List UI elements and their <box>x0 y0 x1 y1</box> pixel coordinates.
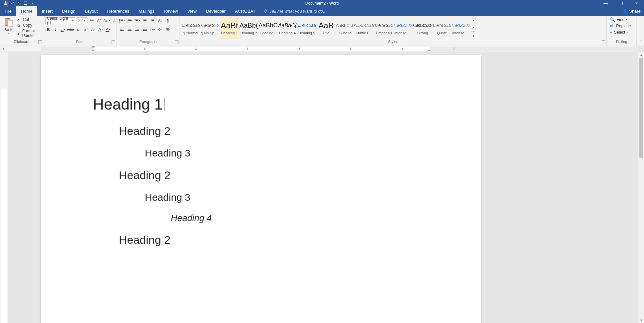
scroll-down-icon[interactable]: ▼ <box>638 317 644 323</box>
italic-button[interactable]: I <box>53 26 59 33</box>
paste-button[interactable]: Paste ▾ <box>1 17 16 39</box>
replace-button[interactable]: abReplace <box>610 24 631 28</box>
qat-customize-icon[interactable]: ▾ <box>30 1 35 6</box>
tab-design[interactable]: Design <box>57 6 80 16</box>
save-icon[interactable]: 💾 <box>3 1 8 6</box>
right-indent-marker[interactable] <box>427 49 431 51</box>
shading-button[interactable]: ◊▾ <box>157 26 163 33</box>
find-button[interactable]: 🔍Find▾ <box>610 17 631 22</box>
decrease-indent-button[interactable] <box>142 17 148 24</box>
scroll-up-icon[interactable]: ▴ <box>471 17 476 24</box>
expand-gallery-icon[interactable]: ▾̲ <box>471 32 476 39</box>
document-page[interactable]: Heading 1Heading 2Heading 3Heading 2Head… <box>41 55 481 323</box>
doc-h1[interactable]: Heading 1 <box>93 95 429 113</box>
tab-mailings[interactable]: Mailings <box>134 6 159 16</box>
collapse-ribbon-button[interactable]: ˆ <box>637 16 644 46</box>
doc-h2[interactable]: Heading 2 <box>119 233 429 246</box>
tab-view[interactable]: View <box>182 6 201 16</box>
format-painter-button[interactable]: 🖌Format Painter <box>17 29 40 38</box>
clear-formatting-button[interactable]: A̷ <box>112 17 118 24</box>
style-intense-q-[interactable]: AaBbCcDcIntense Q... <box>452 17 471 39</box>
style-intense-e-[interactable]: AaBbCcDcIntense E... <box>394 17 413 39</box>
subscript-button[interactable]: x2 <box>76 26 82 33</box>
dialog-launcher-icon[interactable]: ⌐ <box>602 40 605 44</box>
style-strong[interactable]: AaBbCcDcStrong <box>413 17 432 39</box>
font-name-combo[interactable]: Calibri Light (H▾ <box>45 17 75 24</box>
style--no-spac-[interactable]: AaBbCcDc¶ No Spac... <box>200 17 220 39</box>
minimize-icon[interactable]: — <box>598 0 613 6</box>
redo-icon[interactable]: ↻ <box>17 1 21 6</box>
borders-button[interactable]: ⊞▾ <box>164 26 171 33</box>
doc-h2[interactable]: Heading 2 <box>119 125 429 138</box>
style-heading-3[interactable]: AaBbCHeading 3 <box>258 17 278 39</box>
styles-gallery-scroll[interactable]: ▴▾▾̲ <box>471 17 476 39</box>
font-size-combo[interactable]: 22▾ <box>77 17 87 24</box>
change-case-button[interactable]: Aa▾ <box>103 17 110 24</box>
style-heading-5[interactable]: AaBbCcDcHeading 5 <box>297 17 316 39</box>
share-button[interactable]: Share <box>629 9 641 14</box>
grow-font-button[interactable]: A▴ <box>89 17 95 24</box>
line-spacing-button[interactable]: ‡≡▾ <box>149 26 156 33</box>
tab-review[interactable]: Review <box>159 6 183 16</box>
multilevel-list-button[interactable]: ▾ <box>134 17 141 24</box>
scroll-up-icon[interactable]: ▲ <box>638 52 644 58</box>
vertical-ruler[interactable] <box>0 52 8 323</box>
tell-me-search[interactable]: Tell me what you want to do... <box>260 6 327 16</box>
cut-button[interactable]: ✂Cut <box>17 17 40 22</box>
tab-home[interactable]: Home <box>16 6 37 16</box>
doc-h3[interactable]: Heading 3 <box>145 148 429 159</box>
bullets-button[interactable]: ▾ <box>119 17 125 24</box>
align-left-button[interactable] <box>119 26 125 33</box>
show-marks-button[interactable]: ¶ <box>164 17 171 24</box>
maximize-icon[interactable]: ◻ <box>613 0 629 6</box>
style-quote[interactable]: AaBbCcDcQuote <box>432 17 452 39</box>
tab-selector[interactable]: L <box>0 46 8 52</box>
text-effects-button[interactable]: A▾ <box>90 26 96 33</box>
style-emphasis[interactable]: AaBbCcDcEmphasis <box>374 17 394 39</box>
tab-file[interactable]: File <box>0 6 16 16</box>
align-center-button[interactable] <box>126 26 133 33</box>
sort-button[interactable]: A↓ <box>157 17 163 24</box>
highlight-button[interactable]: A▾ <box>98 26 104 33</box>
font-color-button[interactable]: A▾ <box>105 26 111 33</box>
copy-button[interactable]: ⧉Copy <box>17 23 40 28</box>
dialog-launcher-icon[interactable]: ⌐ <box>175 40 178 44</box>
style-title[interactable]: AaBTitle <box>316 17 336 39</box>
tab-developer[interactable]: Developer <box>201 6 230 16</box>
shrink-font-button[interactable]: A▾ <box>96 17 102 24</box>
vertical-scrollbar[interactable]: ▲ ▼ <box>638 52 644 323</box>
underline-button[interactable]: U▾ <box>60 26 66 33</box>
doc-h4[interactable]: Heading 4 <box>171 213 429 223</box>
tab-insert[interactable]: Insert <box>37 6 58 16</box>
bold-button[interactable]: B <box>45 26 51 33</box>
close-icon[interactable]: ✕ <box>629 0 644 6</box>
horizontal-ruler[interactable]: 1234567 <box>8 46 638 52</box>
undo-icon[interactable]: ↶ <box>10 1 15 6</box>
style-subtle-em-[interactable]: AaBbCcDcSubtle Em... <box>355 17 374 39</box>
ribbon-display-icon[interactable]: ▭ <box>583 0 598 6</box>
dialog-launcher-icon[interactable]: ⌐ <box>112 40 115 44</box>
user-name[interactable] <box>610 8 614 14</box>
dialog-launcher-icon[interactable]: ⌐ <box>38 40 42 44</box>
increase-indent-button[interactable] <box>149 17 156 24</box>
align-right-button[interactable] <box>134 26 141 33</box>
justify-button[interactable] <box>142 26 148 33</box>
tab-layout[interactable]: Layout <box>80 6 103 16</box>
touch-mode-icon[interactable]: ☰ <box>23 1 28 6</box>
strikethrough-button[interactable]: abc <box>67 26 74 33</box>
doc-h3[interactable]: Heading 3 <box>145 192 429 203</box>
select-button[interactable]: ⌖Select▾ <box>610 30 631 35</box>
doc-h2[interactable]: Heading 2 <box>119 169 429 182</box>
style--normal[interactable]: AaBbCcDc¶ Normal <box>181 17 200 39</box>
style-heading-2[interactable]: AaBb(Heading 2 <box>239 17 258 39</box>
scrollbar-thumb[interactable] <box>639 58 643 158</box>
first-line-indent-marker[interactable] <box>92 46 95 48</box>
superscript-button[interactable]: x2 <box>83 26 89 33</box>
hanging-indent-marker[interactable] <box>92 49 95 51</box>
numbering-button[interactable]: 123▾ <box>126 17 133 24</box>
scroll-down-icon[interactable]: ▾ <box>471 24 476 31</box>
style-subtitle[interactable]: AaBbCcDSubtitle <box>336 17 355 39</box>
style-heading-1[interactable]: AaBtHeading 1 <box>220 17 239 39</box>
tab-acrobat[interactable]: ACROBAT <box>230 6 260 16</box>
tab-references[interactable]: References <box>103 6 134 16</box>
